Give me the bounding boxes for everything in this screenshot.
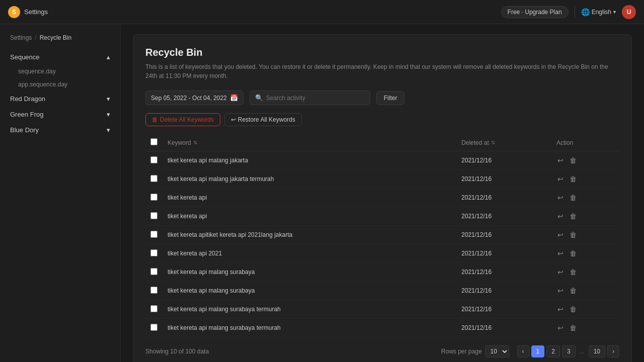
page-card: Recycle Bin This is a list of keywords t… — [133, 34, 632, 362]
delete-row-button[interactable]: 🗑 — [569, 248, 578, 258]
delete-row-button[interactable]: 🗑 — [569, 193, 578, 203]
row-checkbox-cell — [145, 226, 163, 244]
delete-row-button[interactable]: 🗑 — [569, 304, 578, 314]
keywords-table: Keyword ⇅ Deleted at ⇅ Action — [145, 134, 619, 337]
delete-row-button[interactable]: 🗑 — [569, 211, 578, 221]
sidebar-group-blue-dory-label: Blue Dory — [10, 126, 39, 134]
row-deleted-at: 2021/12/16 — [456, 151, 551, 170]
row-checkbox-5[interactable] — [150, 249, 157, 256]
chevron-down-icon-rd: ▾ — [107, 95, 110, 103]
sidebar-group-green-frog[interactable]: Green Frog ▾ — [0, 107, 120, 122]
table-row: tiket kereta api malang jakarta termurah… — [145, 170, 619, 189]
calendar-icon: 📅 — [230, 94, 238, 102]
row-checkbox-cell — [145, 319, 163, 337]
restore-row-button[interactable]: ↩ — [556, 286, 565, 296]
select-all-checkbox[interactable] — [150, 138, 157, 145]
row-deleted-at: 2021/12/16 — [456, 244, 551, 263]
restore-row-button[interactable]: ↩ — [556, 211, 565, 221]
sidebar-item-app-sequence-day[interactable]: app.sequence.day — [0, 78, 120, 91]
row-keyword: tiket kereta api — [163, 189, 456, 207]
delete-row-button[interactable]: 🗑 — [569, 174, 578, 184]
sidebar-group-sequence[interactable]: Sequence ▴ — [0, 49, 120, 65]
row-keyword: tiket kereta api — [163, 207, 456, 226]
restore-row-button[interactable]: ↩ — [556, 230, 565, 240]
table-row: tiket kereta api 2021/12/16 ↩ 🗑 — [145, 207, 619, 226]
row-checkbox-0[interactable] — [150, 156, 157, 163]
delete-row-button[interactable]: 🗑 — [569, 155, 578, 165]
sidebar-item-sequence-day[interactable]: sequence.day — [0, 65, 120, 78]
table-row: tiket kereta api malang jakarta 2021/12/… — [145, 151, 619, 170]
avatar[interactable]: U — [622, 5, 636, 19]
row-checkbox-cell — [145, 244, 163, 263]
page-2-button[interactable]: 2 — [546, 345, 560, 357]
delete-row-button[interactable]: 🗑 — [569, 230, 578, 240]
restore-row-button[interactable]: ↩ — [556, 155, 565, 165]
delete-all-keywords-button[interactable]: 🗑 Delete All Keywords — [145, 113, 220, 126]
delete-row-button[interactable]: 🗑 — [569, 323, 578, 333]
restore-row-button[interactable]: ↩ — [556, 248, 565, 258]
sidebar-group-red-dragon[interactable]: Red Dragon ▾ — [0, 91, 120, 107]
row-checkbox-7[interactable] — [150, 287, 157, 294]
row-checkbox-9[interactable] — [150, 324, 157, 331]
restore-row-button[interactable]: ↩ — [556, 174, 565, 184]
table-row: tiket kereta api 2021/12/16 ↩ 🗑 — [145, 189, 619, 207]
th-checkbox — [145, 134, 163, 151]
chevron-up-icon: ▴ — [107, 53, 110, 61]
upgrade-button[interactable]: Free · Upgrade Plan — [501, 6, 569, 18]
delete-row-button[interactable]: 🗑 — [569, 267, 578, 277]
row-keyword: tiket kereta api malang surabaya termura… — [163, 319, 456, 337]
row-keyword: tiket kereta api malang surabaya — [163, 282, 456, 300]
sidebar-group-blue-dory[interactable]: Blue Dory ▾ — [0, 122, 120, 138]
delete-row-button[interactable]: 🗑 — [569, 286, 578, 296]
restore-row-button[interactable]: ↩ — [556, 267, 565, 277]
table-row: tiket kereta api malang surabaya 2021/12… — [145, 263, 619, 282]
sort-icon-keyword[interactable]: ⇅ — [193, 140, 197, 145]
page-10-button[interactable]: 10 — [589, 345, 605, 357]
table-row: tiket kereta apitiket kereta api 2021lan… — [145, 226, 619, 244]
breadcrumb-current: Recycle Bin — [40, 34, 71, 41]
page-1-button[interactable]: 1 — [531, 345, 545, 357]
restore-row-button[interactable]: ↩ — [556, 304, 565, 314]
row-deleted-at: 2021/12/16 — [456, 300, 551, 319]
breadcrumb: Settings / Recycle Bin — [0, 34, 120, 49]
chevron-down-icon-bd: ▾ — [107, 126, 110, 134]
row-checkbox-6[interactable] — [150, 268, 157, 275]
language-label: English — [592, 9, 611, 16]
row-checkbox-1[interactable] — [150, 175, 157, 182]
sort-icon-deleted-at[interactable]: ⇅ — [491, 140, 495, 145]
row-checkbox-cell — [145, 300, 163, 319]
row-checkbox-3[interactable] — [150, 212, 157, 219]
row-keyword: tiket kereta api malang jakarta — [163, 151, 456, 170]
restore-row-button[interactable]: ↩ — [556, 323, 565, 333]
globe-icon: 🌐 — [581, 8, 590, 16]
row-checkbox-cell — [145, 170, 163, 189]
row-checkbox-2[interactable] — [150, 194, 157, 201]
row-action: ↩ 🗑 — [551, 226, 619, 244]
sidebar-group-red-dragon-label: Red Dragon — [10, 95, 45, 103]
row-checkbox-8[interactable] — [150, 305, 157, 312]
row-action: ↩ 🗑 — [551, 170, 619, 189]
chevron-down-icon: ▾ — [613, 9, 616, 15]
search-box: 🔍 — [250, 90, 370, 105]
row-deleted-at: 2021/12/16 — [456, 189, 551, 207]
rows-per-page-select[interactable]: 10 20 50 — [485, 345, 509, 357]
filter-button[interactable]: Filter — [376, 91, 405, 105]
topnav-title: Settings — [24, 8, 48, 16]
page-3-button[interactable]: 3 — [562, 345, 576, 357]
page-next-button[interactable]: › — [607, 345, 619, 357]
row-keyword: tiket kereta api 2021 — [163, 244, 456, 263]
breadcrumb-settings[interactable]: Settings — [10, 34, 32, 41]
page-description: This is a list of keywords that you dele… — [145, 62, 619, 80]
table-row: tiket kereta api malang surabaya termura… — [145, 300, 619, 319]
content-area: Recycle Bin This is a list of keywords t… — [121, 24, 644, 362]
language-selector[interactable]: 🌐 English ▾ — [581, 8, 616, 16]
date-range-picker[interactable]: Sep 05, 2022 - Oct 04, 2022 📅 — [145, 90, 244, 105]
row-action: ↩ 🗑 — [551, 263, 619, 282]
row-checkbox-4[interactable] — [150, 231, 157, 238]
restore-all-keywords-button[interactable]: ↩ Restore All Keywords — [224, 113, 302, 126]
row-action: ↩ 🗑 — [551, 189, 619, 207]
restore-row-button[interactable]: ↩ — [556, 193, 565, 203]
search-input[interactable] — [266, 95, 365, 102]
page-prev-button[interactable]: ‹ — [517, 345, 529, 357]
topnav-left: S Settings — [8, 6, 48, 18]
